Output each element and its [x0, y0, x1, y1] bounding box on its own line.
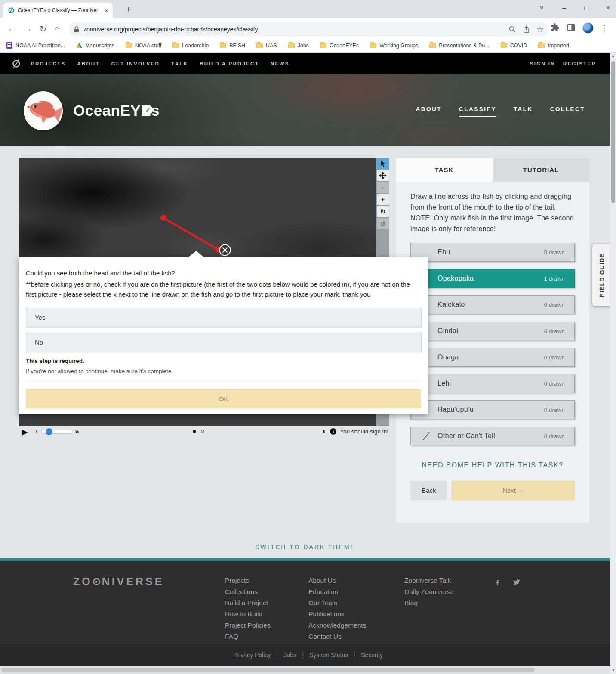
- bookmark-item[interactable]: NOAA stuff: [126, 43, 162, 49]
- facebook-icon[interactable]: [494, 578, 501, 587]
- sign-in-link[interactable]: SIGN IN: [530, 61, 555, 66]
- footer-legal-link[interactable]: Privacy Policy: [233, 652, 271, 659]
- project-nav-collect[interactable]: COLLECT: [550, 106, 585, 117]
- footer-link[interactable]: How to Build: [225, 610, 271, 618]
- project-nav-talk[interactable]: TALK: [514, 106, 533, 117]
- reset-tool-button[interactable]: ↺: [377, 218, 389, 229]
- pointer-tool-button[interactable]: [377, 158, 389, 169]
- species-button-onaga[interactable]: Onaga0 drawn: [410, 348, 575, 367]
- back-button[interactable]: Back: [410, 481, 447, 500]
- bookmark-item[interactable]: COVID: [501, 43, 527, 49]
- rotate-tool-button[interactable]: ↻: [377, 206, 389, 217]
- bookmark-item[interactable]: Leadership: [172, 43, 209, 49]
- invert-colors-icon[interactable]: ◐: [322, 427, 326, 435]
- nav-get-involved[interactable]: GET INVOLVED: [111, 61, 160, 66]
- minimize-button[interactable]: –: [562, 4, 566, 12]
- ok-button[interactable]: OK: [26, 389, 421, 408]
- bookmark-item[interactable]: Manuscripts: [76, 43, 114, 49]
- tab-close-icon[interactable]: ×: [105, 7, 108, 14]
- profile-avatar[interactable]: [582, 22, 594, 34]
- side-panel-icon[interactable]: [567, 23, 576, 34]
- task-help-link[interactable]: NEED SOME HELP WITH THIS TASK?: [410, 461, 575, 469]
- horizontal-scrollbar-thumb[interactable]: [1, 668, 535, 672]
- project-nav-about[interactable]: ABOUT: [416, 106, 442, 117]
- forward-icon[interactable]: →: [24, 24, 32, 34]
- menu-dots-icon[interactable]: ⋮: [601, 23, 608, 33]
- bookmark-item[interactable]: Imported: [538, 43, 569, 49]
- footer-legal-link[interactable]: System Status: [309, 652, 348, 659]
- back-icon[interactable]: ←: [8, 24, 16, 34]
- bookmark-star-icon[interactable]: ☆: [536, 25, 544, 34]
- twitter-icon[interactable]: [512, 578, 521, 587]
- footer-link[interactable]: Contact Us: [308, 633, 366, 640]
- tab-tutorial[interactable]: TUTORIAL: [493, 158, 589, 182]
- share-icon[interactable]: [522, 25, 530, 34]
- footer-link[interactable]: Collections: [225, 588, 271, 596]
- horizontal-scrollbar[interactable]: [0, 666, 610, 674]
- frame-dot-current[interactable]: ●: [192, 427, 200, 435]
- register-link[interactable]: REGISTER: [563, 61, 596, 66]
- maximize-button[interactable]: □: [584, 4, 588, 12]
- footer-link[interactable]: Project Policies: [225, 621, 271, 629]
- species-button-gindai[interactable]: Gindai0 drawn: [410, 322, 575, 340]
- footer-link[interactable]: Our Team: [308, 599, 366, 607]
- play-button[interactable]: ▶: [22, 427, 28, 437]
- bookmark-item[interactable]: Jobs: [288, 43, 309, 49]
- no-button[interactable]: No: [26, 333, 421, 352]
- footer-link[interactable]: Daily Zooniverse: [404, 588, 454, 596]
- zoom-in-tool-button[interactable]: +: [377, 194, 389, 205]
- footer-link[interactable]: Zooniverse Talk: [404, 577, 454, 584]
- speed-fast-icon[interactable]: »: [75, 427, 79, 436]
- yes-button[interactable]: Yes: [26, 308, 421, 327]
- footer-link[interactable]: Education: [308, 588, 366, 596]
- browser-tab[interactable]: OceanEYEs » Classify — Zooniver ×: [3, 3, 113, 18]
- nav-talk[interactable]: TALK: [171, 61, 188, 66]
- next-button[interactable]: Next →: [452, 481, 575, 500]
- species-button-lehi[interactable]: Lehi0 drawn: [410, 374, 575, 393]
- speed-slider-knob[interactable]: [46, 428, 52, 435]
- project-avatar[interactable]: [24, 91, 63, 130]
- tab-search-chevron-icon[interactable]: ˅: [540, 4, 544, 12]
- species-button-opakapaka[interactable]: Opakapaka1 drawn: [410, 269, 575, 288]
- speed-step-icon[interactable]: ›: [35, 427, 38, 436]
- bookmark-item[interactable]: UAS: [256, 43, 277, 49]
- bookmark-item[interactable]: Presentations & Pu...: [429, 43, 489, 49]
- zoom-out-tool-button[interactable]: –: [377, 182, 389, 193]
- bookmark-item[interactable]: Working Groups: [370, 43, 418, 49]
- zooniverse-logo-icon[interactable]: [11, 59, 22, 69]
- footer-link[interactable]: About Us: [308, 577, 366, 584]
- footer-link[interactable]: Acknowledgements: [308, 621, 366, 629]
- species-button-ehu[interactable]: Ehu0 drawn: [410, 243, 575, 262]
- nav-projects[interactable]: PROJECTS: [31, 61, 65, 66]
- tab-task[interactable]: TASK: [396, 158, 493, 182]
- project-nav-classify[interactable]: CLASSIFY: [459, 106, 496, 117]
- info-icon[interactable]: i: [330, 428, 336, 435]
- bookmark-item[interactable]: NOAA AI Practition...: [6, 42, 65, 49]
- extensions-icon[interactable]: [551, 23, 560, 34]
- bookmark-item[interactable]: OceanEYEs: [320, 43, 359, 49]
- new-tab-button[interactable]: +: [126, 4, 131, 15]
- nav-news[interactable]: NEWS: [271, 61, 290, 66]
- frame-dot-next[interactable]: ○: [200, 427, 209, 435]
- footer-link[interactable]: Blog: [404, 599, 454, 607]
- footer-link[interactable]: Publications: [308, 610, 366, 618]
- close-button[interactable]: ×: [606, 4, 610, 12]
- nav-about[interactable]: ABOUT: [77, 61, 99, 66]
- species-button-hapuupuu[interactable]: Hapuʻupuʻu0 drawn: [410, 400, 575, 419]
- bookmark-item[interactable]: BFISH: [220, 43, 245, 49]
- field-guide-tab[interactable]: FIELD GUIDE: [592, 244, 611, 306]
- vertical-scrollbar-thumb[interactable]: [611, 61, 615, 203]
- search-icon[interactable]: [508, 25, 516, 33]
- theme-toggle-link[interactable]: SWITCH TO DARK THEME: [0, 544, 611, 550]
- footer-link[interactable]: FAQ: [225, 633, 271, 640]
- pan-tool-button[interactable]: [377, 170, 389, 181]
- address-bar[interactable]: zooniverse.org/projects/benjamin-dot-ric…: [69, 22, 549, 36]
- footer-link[interactable]: Projects: [225, 577, 271, 584]
- footer-link[interactable]: Build a Project: [225, 599, 271, 607]
- scroll-up-icon[interactable]: ▲: [610, 54, 616, 58]
- vertical-scrollbar[interactable]: ▲ ▼: [610, 53, 616, 674]
- reload-icon[interactable]: ↻: [40, 24, 46, 34]
- nav-build-a-project[interactable]: BUILD A PROJECT: [200, 61, 259, 66]
- scroll-down-icon[interactable]: ▼: [610, 668, 616, 672]
- species-button-kalekale[interactable]: Kalekale0 drawn: [410, 295, 575, 314]
